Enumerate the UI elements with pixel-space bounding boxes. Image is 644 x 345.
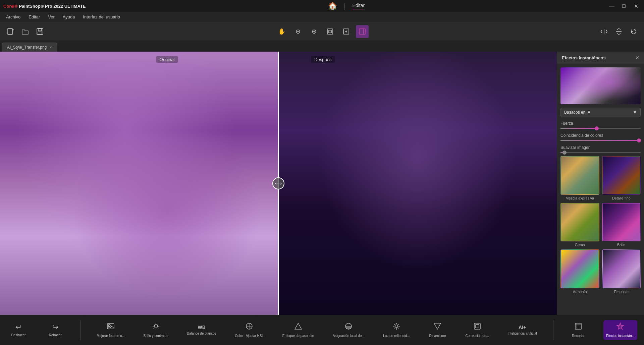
- tool-luz-relleno[interactable]: Luz de relleno/d...: [380, 320, 413, 340]
- tool-rehacer[interactable]: ↪ Rehacer: [44, 321, 67, 339]
- maximize-button[interactable]: □: [619, 1, 629, 11]
- effects-grid: Mezcla expresiva Detalle fino Gema Brill…: [557, 156, 644, 297]
- photo-right: [278, 52, 557, 315]
- panel-close-button[interactable]: ✕: [635, 55, 639, 60]
- tool-recortar[interactable]: Recortar: [567, 320, 590, 340]
- svg-marker-23: [295, 323, 302, 329]
- suavizar-slider-track[interactable]: [560, 152, 641, 153]
- close-button[interactable]: ✕: [631, 1, 641, 11]
- fit-canvas-button[interactable]: [340, 25, 353, 38]
- svg-rect-5: [38, 32, 42, 34]
- minimize-button[interactable]: —: [607, 1, 616, 11]
- svg-rect-7: [329, 30, 331, 33]
- toolbar-right: [598, 25, 640, 38]
- colores-slider-thumb[interactable]: [637, 138, 641, 142]
- tool-ia[interactable]: AI+ Inteligencia artificial: [505, 323, 540, 338]
- effect-gema[interactable]: Gema: [560, 203, 599, 247]
- window-controls: — □ ✕: [607, 1, 641, 11]
- menu-editar[interactable]: Editar: [25, 13, 43, 21]
- svg-rect-33: [575, 323, 581, 329]
- file-tab[interactable]: AI_Style_Transfer.png ✕: [2, 43, 57, 52]
- color-hsl-label: Color - Ajustar HSL: [235, 334, 264, 338]
- pan-tool[interactable]: ✋: [275, 25, 288, 38]
- mejorar-foto-icon: [107, 322, 115, 332]
- menu-ver[interactable]: Ver: [45, 13, 58, 21]
- new-button[interactable]: [4, 25, 17, 38]
- open-button[interactable]: [19, 25, 32, 38]
- mirror-v-button[interactable]: [612, 25, 625, 38]
- effect-detalle-fino[interactable]: Detalle fino: [602, 156, 641, 200]
- zoom-in-button[interactable]: ⊕: [308, 25, 320, 38]
- tool-asignacion-local[interactable]: Asignación local de...: [330, 320, 367, 340]
- rotate-button[interactable]: [627, 25, 640, 38]
- effect-thumb-detalle: [602, 156, 641, 195]
- tab-bar: AI_Style_Transfer.png ✕: [0, 41, 644, 52]
- save-button[interactable]: [34, 25, 46, 38]
- luz-relleno-icon: [392, 322, 400, 332]
- tab-filename: AI_Style_Transfer.png: [7, 45, 47, 50]
- effect-label-brillo: Brillo: [617, 243, 625, 247]
- zoom-out-button[interactable]: ⊖: [291, 25, 304, 38]
- recortar-label: Recortar: [572, 334, 585, 338]
- main-area: Original Después ⟺ Efectos instantáneos …: [0, 52, 644, 315]
- effect-armonia[interactable]: Armonía: [560, 249, 599, 294]
- panel-header: Efectos instantáneos ✕: [557, 52, 644, 64]
- effect-empaste[interactable]: Empaste: [602, 249, 641, 294]
- correccion-label: Corrección de...: [465, 334, 489, 338]
- effect-mezcla-expresiva[interactable]: Mezcla expresiva: [560, 156, 599, 200]
- menu-ayuda[interactable]: Ayuda: [59, 13, 78, 21]
- effect-label-mezcla: Mezcla expresiva: [566, 196, 594, 200]
- menu-interfaz[interactable]: Interfaz del usuario: [79, 13, 123, 21]
- suavizar-slider-row: [560, 152, 641, 153]
- divider-1: [80, 320, 80, 340]
- asignacion-icon: [344, 322, 353, 332]
- tool-brillo-contraste[interactable]: Brillo y contraste: [141, 320, 171, 340]
- menu-bar: Archivo Editar Ver Ayuda Interfaz del us…: [0, 12, 644, 22]
- fuerza-section: Fuerza: [557, 120, 644, 132]
- tool-mejorar-foto[interactable]: Mejorar foto en u...: [94, 320, 127, 340]
- suavizar-slider-thumb[interactable]: [562, 151, 567, 155]
- effect-thumb-mezcla: [560, 156, 599, 195]
- fuerza-label: Fuerza: [560, 121, 641, 126]
- fit-window-button[interactable]: [324, 25, 336, 38]
- app-title: Corel® PaintShop® Pro 2022 ULTIMATE: [3, 4, 86, 9]
- panel-preview-image: [560, 67, 641, 104]
- svg-rect-32: [476, 325, 479, 328]
- tool-enfoque[interactable]: Enfoque de paso alto: [280, 320, 317, 340]
- ia-label: Inteligencia artificial: [508, 331, 537, 336]
- style-dropdown[interactable]: Basados en IA ▼: [560, 108, 641, 117]
- menu-archivo[interactable]: Archivo: [3, 13, 24, 21]
- tool-deshacer[interactable]: ↩ Deshacer: [7, 321, 30, 339]
- tool-balance-blancos[interactable]: WB Balance de blancos: [184, 323, 219, 338]
- tool-dinamismo[interactable]: Dinamismo: [426, 320, 449, 340]
- fuerza-slider-track[interactable]: [560, 128, 641, 129]
- suavizar-section: Suavizar imagen: [557, 144, 644, 156]
- tool-efectos-instantaneos[interactable]: Efectos instantán...: [603, 320, 637, 340]
- colores-slider-row: [560, 140, 641, 141]
- close-tab-button[interactable]: ✕: [49, 46, 52, 49]
- tool-correccion[interactable]: Corrección de...: [463, 320, 492, 340]
- toolbar-left: [4, 25, 46, 38]
- effect-brillo[interactable]: Brillo: [602, 203, 641, 247]
- fuerza-slider-row: [560, 128, 641, 129]
- effect-label-gema: Gema: [575, 243, 585, 247]
- svg-point-25: [395, 325, 398, 328]
- svg-rect-4: [38, 28, 42, 31]
- tool-color-hsl[interactable]: Color - Ajustar HSL: [232, 320, 266, 340]
- dinamismo-icon: [433, 322, 441, 332]
- effect-thumb-brillo: [602, 203, 641, 242]
- chevron-down-icon: ▼: [633, 110, 637, 115]
- title-bar: Corel® PaintShop® Pro 2022 ULTIMATE 🏠 | …: [0, 0, 644, 12]
- colores-slider-track[interactable]: [560, 140, 641, 141]
- bottom-toolbar: ↩ Deshacer ↪ Rehacer Mejorar foto en u..…: [0, 315, 644, 345]
- efectos-icon: [616, 322, 624, 332]
- home-icon[interactable]: 🏠: [328, 2, 337, 10]
- mirror-h-button[interactable]: [598, 25, 610, 38]
- asignacion-label: Asignación local de...: [333, 334, 365, 338]
- fuerza-slider-thumb[interactable]: [595, 126, 599, 130]
- luz-relleno-label: Luz de relleno/d...: [383, 334, 410, 338]
- enfoque-label: Enfoque de paso alto: [282, 334, 314, 338]
- edit-mode-label[interactable]: Editar: [353, 3, 365, 9]
- toggle-panel-button[interactable]: [356, 25, 369, 38]
- split-handle[interactable]: ⟺: [272, 177, 284, 189]
